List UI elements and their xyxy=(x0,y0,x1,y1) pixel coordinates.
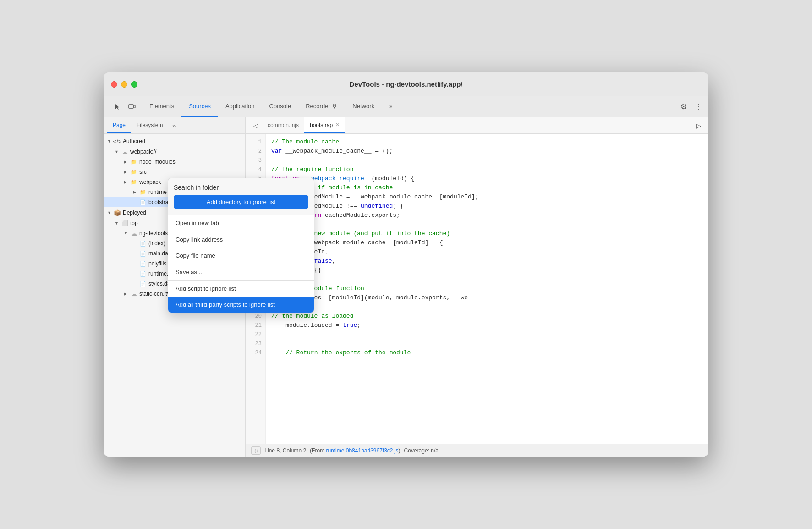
code-line-6: // Check if module is in cache xyxy=(271,183,703,193)
coverage-label: Coverage: n/a xyxy=(404,447,439,454)
ctx-save-as[interactable]: Save as... xyxy=(168,264,314,280)
top-label: top xyxy=(130,220,138,226)
window-title: DevTools - ng-devtools.netlify.app/ xyxy=(350,80,463,88)
folder-icon-webpack: 📁 xyxy=(130,178,137,186)
format-button[interactable]: {} xyxy=(251,446,261,455)
arrow-runtime: ▶ xyxy=(133,190,139,194)
ctx-search-folder[interactable]: Search in folder xyxy=(174,184,308,191)
status-bar: {} Line 8, Column 2 (From runtime.0b841b… xyxy=(246,444,708,457)
ng-devtools-label: ng-devtools. xyxy=(139,230,169,237)
arrow-deployed: ▼ xyxy=(107,210,114,215)
tab-more[interactable]: » xyxy=(382,96,400,117)
title-bar: DevTools - ng-devtools.netlify.app/ xyxy=(104,72,708,96)
code-line-3 xyxy=(271,156,703,165)
ctx-top-section: Search in folder Add directory to ignore… xyxy=(168,178,314,215)
ctx-add-script[interactable]: Add script to ignore list xyxy=(168,281,314,297)
code-line-1: // The module cache xyxy=(271,138,703,147)
arrow-webpack-folder: ▶ xyxy=(124,180,130,184)
tab-sources[interactable]: Sources xyxy=(181,96,218,117)
devtools-icons xyxy=(107,96,142,117)
maximize-button[interactable] xyxy=(131,81,137,88)
code-area: ◁ common.mjs bootstrap ✕ ▷ 1 2 3 4 xyxy=(246,117,708,457)
file-icon-polyfills: 📄 xyxy=(139,260,147,267)
cursor-icon[interactable] xyxy=(111,100,124,113)
panel-actions: ⋮ xyxy=(230,120,241,131)
code-line-10: } xyxy=(271,220,703,229)
box-icon: 📦 xyxy=(114,209,121,216)
device-icon[interactable] xyxy=(126,100,138,113)
arrow-webpack: ▼ xyxy=(115,149,121,154)
runtime-label: runtime xyxy=(148,189,167,195)
ctx-open-tab[interactable]: Open in new tab xyxy=(168,215,314,231)
src-label: src xyxy=(139,169,147,175)
tree-src[interactable]: ▶ 📁 src xyxy=(104,167,245,177)
deployed-label: Deployed xyxy=(123,209,146,216)
section-authored[interactable]: ▼ </> Authored xyxy=(104,136,245,147)
square-icon: ⬜ xyxy=(121,220,128,227)
settings-icon[interactable]: ⚙ xyxy=(677,100,690,113)
status-left: {} Line 8, Column 2 (From runtime.0b841b… xyxy=(251,446,439,455)
code-line-12: ule = __webpack_module_cache__[moduleId]… xyxy=(271,238,703,248)
arrow-ng-devtools: ▼ xyxy=(124,231,130,236)
tree-node-modules[interactable]: ▶ 📁 node_modules xyxy=(104,157,245,167)
tab-network[interactable]: Network xyxy=(345,96,382,117)
file-icon-runtime2: 📄 xyxy=(139,270,147,277)
webpack-label: webpack:// xyxy=(130,149,156,155)
code-line-14: ded: false, xyxy=(271,257,703,266)
tab-console[interactable]: Console xyxy=(262,96,299,117)
tab-page[interactable]: Page xyxy=(107,117,131,133)
collapse-icon[interactable]: ▷ xyxy=(692,119,705,132)
code-content: 1 2 3 4 5 6 7 8 9 10 11 12 13 14 15 16 1 xyxy=(246,134,708,444)
authored-label: Authored xyxy=(123,138,145,144)
ctx-add-all[interactable]: Add all third-party scripts to ignore li… xyxy=(168,297,314,313)
close-tab-icon[interactable]: ✕ xyxy=(335,122,340,128)
source-link[interactable]: runtime.0b841bad3967f3c2.js xyxy=(326,447,398,454)
tab-bar: Elements Sources Application Console Rec… xyxy=(104,96,708,117)
file-icon-styles: 📄 xyxy=(139,280,147,287)
panel-more-icon[interactable]: » xyxy=(170,120,177,131)
code-line-7: var cachedModule = __webpack_module_cach… xyxy=(271,193,703,202)
nav-back-icon[interactable]: ◁ xyxy=(249,119,262,132)
code-line-23 xyxy=(271,339,703,348)
code-line-24: // Return the exports of the module xyxy=(271,348,703,358)
code-tabs: ◁ common.mjs bootstrap ✕ ▷ xyxy=(246,117,708,134)
traffic-lights xyxy=(111,81,137,88)
arrow-top: ▼ xyxy=(115,221,121,226)
tab-elements[interactable]: Elements xyxy=(142,96,181,117)
code-line-22 xyxy=(271,330,703,339)
code-line-9: return cachedModule.exports; xyxy=(271,211,703,220)
tab-bootstrap[interactable]: bootstrap ✕ xyxy=(304,117,345,133)
more-icon[interactable]: ⋮ xyxy=(692,100,705,113)
file-icon-main: 📄 xyxy=(139,250,147,257)
file-icon-bootstrap: 📄 xyxy=(139,198,147,206)
arrow-node-modules: ▶ xyxy=(124,160,130,164)
code-line-17: // ute the module function xyxy=(271,284,703,293)
from-label: (From runtime.0b841bad3967f3c2.js) xyxy=(310,447,400,454)
index-label: (index) xyxy=(148,240,165,247)
folder-icon: 📁 xyxy=(130,158,137,165)
code-lines: // The module cache var __webpack_module… xyxy=(266,134,708,444)
code-line-18: ck_modules__[moduleId](module, module.ex… xyxy=(271,293,703,303)
tab-recorder[interactable]: Recorder 🎙 xyxy=(298,96,345,117)
code-line-16 xyxy=(271,275,703,284)
cloud-icon-cdn: ☁ xyxy=(130,290,137,298)
tab-application[interactable]: Application xyxy=(218,96,262,117)
code-line-21: module.loaded = true; xyxy=(271,321,703,330)
tab-filesystem[interactable]: Filesystem xyxy=(131,117,168,133)
tab-right-actions: ⚙ ⋮ xyxy=(677,96,705,117)
ctx-copy-link[interactable]: Copy link address xyxy=(168,231,314,248)
tab-common[interactable]: common.mjs xyxy=(262,117,304,133)
ctx-copy-file[interactable]: Copy file name xyxy=(168,248,314,264)
devtools-window: DevTools - ng-devtools.netlify.app/ Elem… xyxy=(104,72,708,457)
file-icon-index: 📄 xyxy=(139,240,147,247)
minimize-button[interactable] xyxy=(121,81,127,88)
panel-action-more[interactable]: ⋮ xyxy=(230,120,241,131)
panel-tabs: Page Filesystem » ⋮ xyxy=(104,117,245,134)
tree-webpack-root[interactable]: ▼ ☁ webpack:// xyxy=(104,147,245,157)
ctx-add-dir-btn[interactable]: Add directory to ignore list xyxy=(174,195,308,209)
close-button[interactable] xyxy=(111,81,117,88)
code-line-4: // The require function xyxy=(271,165,703,174)
folder-icon-runtime: 📁 xyxy=(139,188,147,196)
svg-rect-0 xyxy=(129,105,133,108)
code-line-2: var __webpack_module_cache__ = {}; xyxy=(271,147,703,156)
